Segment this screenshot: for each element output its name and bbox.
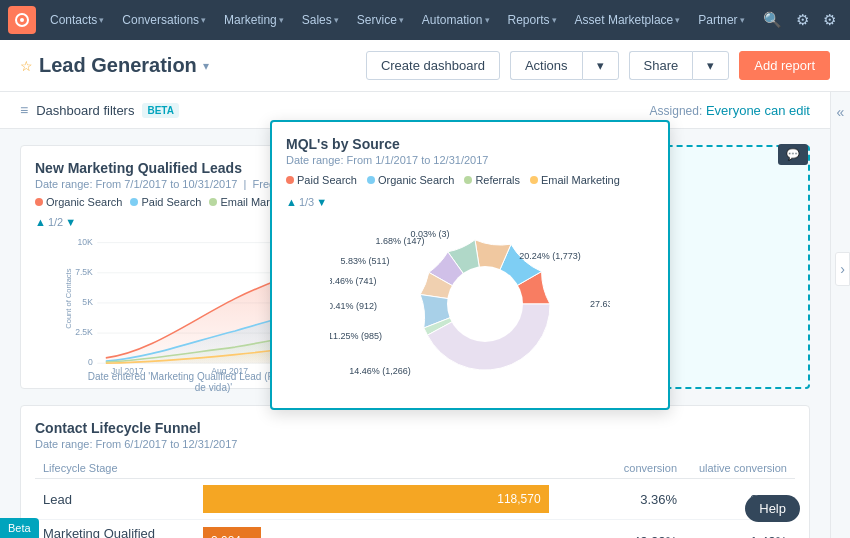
conversion-cell-lead: 3.36%	[612, 479, 685, 520]
nav-automation[interactable]: Automation ▾	[414, 9, 498, 31]
stage-col-header: Lifecycle Stage	[35, 458, 195, 479]
conversion-cell-mql: 42.22%	[612, 520, 685, 539]
page-title-area: ☆ Lead Generation ▾	[20, 54, 356, 77]
legend-dot-organic	[35, 198, 43, 206]
bar-fill-mql: 3,984	[203, 527, 261, 538]
collapse-panel-button[interactable]: «	[833, 100, 849, 124]
mql-popup-title: MQL's by Source	[286, 136, 654, 152]
lifecycle-funnel-card: Contact Lifecycle Funnel Date range: Fro…	[20, 405, 810, 538]
add-report-button[interactable]: Add report	[739, 51, 830, 80]
svg-text:5K: 5K	[82, 297, 93, 307]
nav-reports-chevron: ▾	[552, 15, 557, 25]
filters-label: Dashboard filters	[36, 103, 134, 118]
svg-text:Count of Contacts: Count of Contacts	[64, 268, 73, 328]
svg-point-20	[447, 266, 523, 342]
mql-popup-date: Date range: From 1/1/2017 to 12/31/2017	[286, 154, 654, 166]
svg-text:0: 0	[88, 357, 93, 367]
table-row: Marketing Qualified Lead 3,984 42.22%	[35, 520, 795, 539]
mql-legend-paid: Paid Search	[286, 174, 357, 186]
table-row: Lead 118,570 3.36% 3.36%	[35, 479, 795, 520]
hubspot-logo[interactable]	[8, 6, 36, 34]
funnel-title: Contact Lifecycle Funnel	[35, 420, 795, 436]
actions-dropdown-button[interactable]: ▾	[582, 51, 619, 80]
help-button[interactable]: Help	[745, 495, 800, 522]
mql-legend-dot-email	[530, 176, 538, 184]
next-page-arrow[interactable]: ▼	[65, 216, 76, 228]
svg-text:14.46% (1,266): 14.46% (1,266)	[349, 366, 411, 376]
chat-bubble[interactable]: 💬	[778, 144, 808, 165]
bar-cell-mql: 3,984	[195, 520, 595, 539]
filters-left: ≡ Dashboard filters BETA	[20, 102, 179, 118]
nav-conversations-chevron: ▾	[201, 15, 206, 25]
nav-service[interactable]: Service ▾	[349, 9, 412, 31]
nav-service-chevron: ▾	[399, 15, 404, 25]
assigned-value[interactable]: Everyone can edit	[706, 103, 810, 118]
settings-icon[interactable]: ⚙	[817, 7, 842, 33]
count-cell-lead	[595, 479, 612, 520]
svg-text:10.41% (912): 10.41% (912)	[330, 301, 377, 311]
filter-icon: ≡	[20, 102, 28, 118]
bar-fill-lead: 118,570	[203, 485, 549, 513]
svg-point-1	[20, 18, 24, 22]
nav-partner-chevron: ▾	[740, 15, 745, 25]
nav-asset-marketplace-chevron: ▾	[675, 15, 680, 25]
title-dropdown-icon[interactable]: ▾	[203, 59, 209, 73]
actions-button[interactable]: Actions	[510, 51, 582, 80]
svg-text:11.25% (985): 11.25% (985)	[330, 331, 382, 341]
count-col-header	[595, 458, 612, 479]
svg-text:8.46% (741): 8.46% (741)	[330, 276, 377, 286]
legend-dot-paid	[130, 198, 138, 206]
mql-popup-pagination: ▲ 1/3 ▼	[286, 196, 654, 208]
right-expand-button[interactable]: ›	[835, 252, 850, 286]
create-dashboard-button[interactable]: Create dashboard	[366, 51, 500, 80]
svg-text:7.5K: 7.5K	[75, 267, 93, 277]
page-title: Lead Generation	[39, 54, 197, 77]
marketplace-icon[interactable]: ⚙	[790, 7, 815, 33]
nav-sales[interactable]: Sales ▾	[294, 9, 347, 31]
cumulative-cell-mql: 1.42%	[685, 520, 795, 539]
mql-popup-legend: Paid Search Organic Search Referrals Ema…	[286, 174, 654, 186]
legend-organic-search: Organic Search	[35, 196, 122, 208]
svg-text:2.5K: 2.5K	[75, 327, 93, 337]
mql-pie-chart: 27.63% (2,420) 20.24% (1,773) 14.46% (1,…	[330, 219, 610, 389]
mql-legend-email: Email Marketing	[530, 174, 620, 186]
svg-text:27.63% (2,420): 27.63% (2,420)	[590, 299, 610, 309]
toolbar: ☆ Lead Generation ▾ Create dashboard Act…	[0, 40, 850, 92]
mql-prev-arrow[interactable]: ▲	[286, 196, 297, 208]
nav-asset-marketplace[interactable]: Asset Marketplace ▾	[567, 9, 689, 31]
cumulative-col-header: ulative conversion	[685, 458, 795, 479]
notifications-icon[interactable]: 🔔	[844, 7, 850, 33]
prev-page-arrow[interactable]: ▲	[35, 216, 46, 228]
legend-dot-email	[209, 198, 217, 206]
share-button-group: Share ▾	[629, 51, 730, 80]
funnel-date: Date range: From 6/1/2017 to 12/31/2017	[35, 438, 795, 450]
favorite-icon[interactable]: ☆	[20, 58, 33, 74]
nav-conversations[interactable]: Conversations ▾	[114, 9, 214, 31]
bar-col-header	[195, 458, 595, 479]
nav-contacts[interactable]: Contacts ▾	[42, 9, 112, 31]
assigned-label: Assigned:	[650, 104, 703, 118]
funnel-table: Lifecycle Stage conversion ulative conve…	[35, 458, 795, 538]
beta-tag[interactable]: Beta	[0, 518, 39, 538]
nav-reports[interactable]: Reports ▾	[500, 9, 565, 31]
svg-text:0.03% (3): 0.03% (3)	[410, 229, 449, 239]
svg-text:20.24% (1,773): 20.24% (1,773)	[519, 251, 581, 261]
share-dropdown-button[interactable]: ▾	[692, 51, 729, 80]
bar-cell-lead: 118,570	[195, 479, 595, 520]
search-icon[interactable]: 🔍	[757, 7, 788, 33]
share-button[interactable]: Share	[629, 51, 693, 80]
beta-badge: BETA	[142, 103, 178, 118]
mql-next-arrow[interactable]: ▼	[316, 196, 327, 208]
stage-cell-lead: Lead	[35, 479, 195, 520]
mql-legend-organic: Organic Search	[367, 174, 454, 186]
bar-track-mql: 3,984	[203, 527, 587, 538]
nav-partner[interactable]: Partner ▾	[690, 9, 752, 31]
top-nav: Contacts ▾ Conversations ▾ Marketing ▾ S…	[0, 0, 850, 40]
svg-text:5.83% (511): 5.83% (511)	[340, 256, 389, 266]
nav-automation-chevron: ▾	[485, 15, 490, 25]
stage-cell-mql: Marketing Qualified Lead	[35, 520, 195, 539]
nav-marketing[interactable]: Marketing ▾	[216, 9, 292, 31]
pie-chart-container: 27.63% (2,420) 20.24% (1,773) 14.46% (1,…	[286, 214, 654, 394]
nav-sales-chevron: ▾	[334, 15, 339, 25]
legend-paid-search: Paid Search	[130, 196, 201, 208]
